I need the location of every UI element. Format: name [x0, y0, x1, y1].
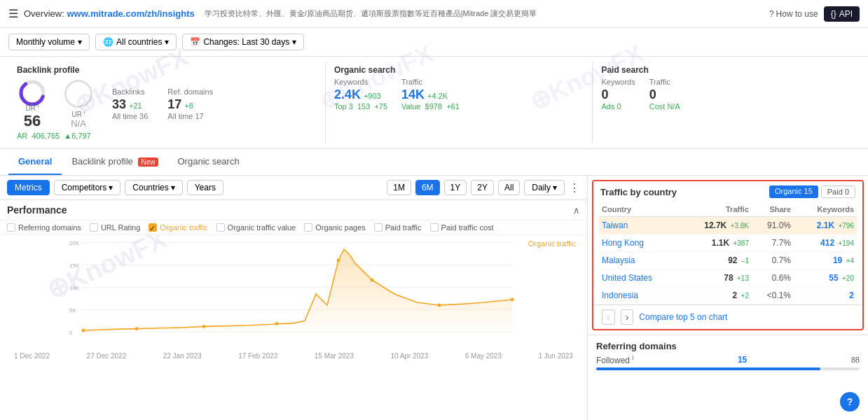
monthly-volume-filter[interactable]: Monthly volume ▾ [8, 34, 90, 50]
country-hk[interactable]: Hong Kong [602, 238, 686, 248]
countries-button[interactable]: Countries ▾ [125, 180, 182, 195]
country-indonesia[interactable]: Indonesia [602, 290, 686, 300]
cb-organic-pages-box [304, 223, 312, 232]
chart-point [135, 328, 139, 331]
organic-traffic-delta: +4.2K [427, 92, 448, 100]
cb-url-rating-label: URL Rating [101, 223, 140, 232]
tbc-tab-paid[interactable]: Paid 0 [821, 186, 855, 198]
traffic-by-country: Traffic by country Organic 15 Paid 0 Cou… [592, 180, 864, 330]
x-label-4: 17 Feb 2023 [238, 352, 277, 360]
ar-label: AR [17, 132, 27, 140]
traffic-indonesia: 2 +2 [686, 290, 749, 300]
more-options-icon[interactable]: ⋮ [569, 181, 580, 195]
nav-left: ☰ Overview: www.mitrade.com/zh/insights … [8, 7, 537, 20]
1y-button[interactable]: 1Y [444, 180, 467, 195]
cb-paid-traffic-cost-label: Paid traffic cost [441, 223, 494, 232]
api-button[interactable]: {} API [824, 6, 860, 22]
competitors-button[interactable]: Competitors ▾ [54, 180, 121, 195]
ref-domains-sub: All time 17 [167, 112, 213, 120]
tab-general[interactable]: General [8, 149, 62, 175]
daily-button[interactable]: Daily ▾ [524, 180, 565, 195]
tab-organic-search[interactable]: Organic search [168, 149, 249, 175]
organic-traffic: Traffic 14K +4.2K Value $978 +61 [401, 78, 460, 111]
cb-organic-pages[interactable]: Organic pages [304, 223, 366, 232]
cb-paid-traffic-cost-box [430, 223, 439, 232]
cb-organic-traffic-value-label: Organic traffic value [228, 223, 296, 232]
ur-circle [64, 80, 92, 108]
compare-top5-link[interactable]: Compare top 5 on chart [639, 312, 727, 322]
organic-traffic-chart-label: Organic traffic [528, 239, 576, 248]
country-malaysia[interactable]: Malaysia [602, 255, 686, 265]
backlinks-value: 33 [112, 97, 126, 112]
followed-bar-fill [596, 368, 820, 370]
svg-text:10K: 10K [69, 285, 80, 291]
traffic-taiwan: 12.7K +3.8K [686, 220, 749, 230]
1m-button[interactable]: 1M [387, 180, 411, 195]
chart-point [202, 325, 206, 328]
cb-url-rating[interactable]: URL Rating [90, 223, 140, 232]
performance-title: Performance [7, 204, 67, 216]
followed-bar [596, 368, 860, 370]
tbc-header: Traffic by country Organic 15 Paid 0 [593, 181, 862, 202]
top-nav: ☰ Overview: www.mitrade.com/zh/insights … [0, 0, 868, 28]
performance-chart: 20K 15K 10K 5K 0 [7, 238, 580, 350]
x-label-7: 6 May 2023 [465, 352, 502, 360]
chevron-down-icon: ▾ [109, 183, 113, 192]
api-icon: {} [831, 9, 836, 19]
chart-point [82, 329, 85, 332]
how-to-use-link[interactable]: ? How to use [769, 9, 818, 19]
nav-url[interactable]: www.mitrade.com/zh/insights [67, 8, 194, 19]
chart-area-fill [83, 249, 512, 332]
cb-paid-traffic-cost[interactable]: Paid traffic cost [430, 223, 494, 232]
cb-organic-traffic[interactable]: ✓ Organic traffic [149, 223, 207, 232]
dr-label: DR i [25, 103, 39, 112]
ur-value: N/A [71, 118, 86, 129]
next-page-arrow[interactable]: › [621, 309, 634, 325]
6m-button[interactable]: 6M [415, 180, 440, 195]
x-label-1: 1 Dec 2022 [14, 352, 50, 360]
cb-organic-traffic-value[interactable]: Organic traffic value [216, 223, 296, 232]
organic-keywords-delta: +903 [364, 92, 381, 100]
ref-domains-delta: +8 [184, 102, 193, 110]
col-country: Country [602, 205, 686, 214]
cb-paid-traffic[interactable]: Paid traffic [374, 223, 422, 232]
tbc-table: Country Traffic Share Keywords Taiwan 12… [593, 202, 862, 304]
chart-point [275, 322, 279, 326]
ar-value: 406,765 [32, 132, 60, 140]
country-taiwan[interactable]: Taiwan [602, 220, 686, 230]
question-icon: ? [769, 9, 774, 19]
collapse-button[interactable]: ∧ [573, 205, 580, 216]
all-button[interactable]: All [498, 180, 520, 195]
chart-point [438, 304, 441, 307]
2y-button[interactable]: 2Y [471, 180, 494, 195]
svg-text:15K: 15K [69, 262, 80, 269]
cb-referring-domains[interactable]: Referring domains [7, 223, 81, 232]
share-taiwan: 91.0% [749, 220, 791, 230]
x-label-6: 10 Apr 2023 [390, 352, 428, 360]
tbc-table-header: Country Traffic Share Keywords [599, 202, 857, 217]
years-button[interactable]: Years [187, 180, 223, 195]
table-row: Malaysia 92 –1 0.7% 19 +4 [599, 252, 857, 270]
paid-keywords-label: Keywords [601, 78, 635, 86]
changes-filter[interactable]: 📅 Changes: Last 30 days ▾ [182, 34, 304, 50]
backlink-row: DR i 56 UR i N/A Backlinks 33 +21 All ti… [17, 78, 317, 130]
metrics-button[interactable]: Metrics [7, 180, 50, 195]
ar-delta: ▲6,797 [64, 132, 90, 140]
country-us[interactable]: United States [602, 273, 686, 283]
tab-backlink-profile[interactable]: Backlink profile New [62, 149, 167, 175]
backlinks-label: Backlinks [112, 88, 148, 96]
organic-value: Value $978 +61 [401, 102, 460, 111]
prev-page-arrow[interactable]: ‹ [602, 309, 615, 325]
tbc-tab-organic[interactable]: Organic 15 [769, 186, 818, 198]
nav-title: Overview: www.mitrade.com/zh/insights [24, 8, 195, 19]
backlinks-sub: All time 36 [112, 112, 148, 120]
filters-bar: Monthly volume ▾ 🌐 All countries ▾ 📅 Cha… [0, 28, 868, 57]
keywords-indonesia: 2 [791, 290, 854, 300]
keywords-us: 55 +20 [791, 273, 854, 283]
share-indonesia: <0.1% [749, 290, 791, 300]
chevron-down-icon: ▾ [292, 37, 296, 47]
all-countries-filter[interactable]: 🌐 All countries ▾ [95, 34, 177, 50]
right-panel: Traffic by country Organic 15 Paid 0 Cou… [588, 176, 868, 420]
hamburger-icon[interactable]: ☰ [8, 7, 18, 20]
help-button[interactable]: ? [840, 392, 860, 412]
